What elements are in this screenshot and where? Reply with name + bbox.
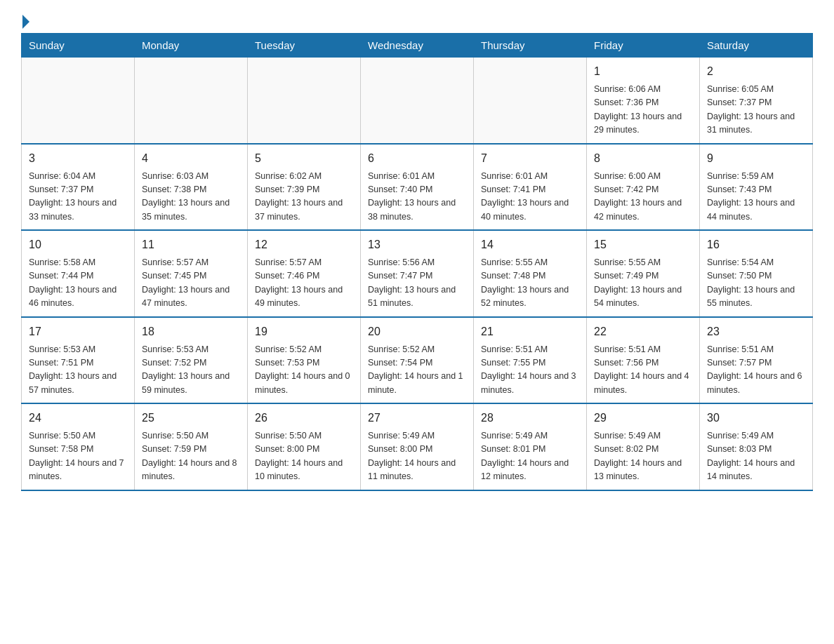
calendar-cell: 18Sunrise: 5:53 AM Sunset: 7:52 PM Dayli… [135, 317, 248, 404]
calendar-cell: 11Sunrise: 5:57 AM Sunset: 7:45 PM Dayli… [135, 230, 248, 317]
day-info: Sunrise: 6:06 AM Sunset: 7:36 PM Dayligh… [594, 83, 692, 137]
day-number: 25 [142, 410, 240, 427]
calendar-cell: 17Sunrise: 5:53 AM Sunset: 7:51 PM Dayli… [22, 317, 135, 404]
calendar-cell: 8Sunrise: 6:00 AM Sunset: 7:42 PM Daylig… [587, 144, 700, 231]
day-info: Sunrise: 5:50 AM Sunset: 7:58 PM Dayligh… [29, 429, 127, 484]
weekday-header-friday: Friday [587, 34, 700, 58]
day-number: 26 [255, 410, 353, 427]
day-info: Sunrise: 6:04 AM Sunset: 7:37 PM Dayligh… [29, 170, 127, 224]
day-info: Sunrise: 5:51 AM Sunset: 7:56 PM Dayligh… [594, 343, 692, 398]
weekday-header-sunday: Sunday [22, 34, 135, 58]
calendar-cell [135, 58, 248, 144]
page-header [21, 14, 813, 26]
calendar-table: SundayMondayTuesdayWednesdayThursdayFrid… [21, 33, 813, 491]
calendar-cell: 4Sunrise: 6:03 AM Sunset: 7:38 PM Daylig… [135, 144, 248, 231]
day-info: Sunrise: 5:49 AM Sunset: 8:02 PM Dayligh… [594, 429, 692, 484]
calendar-cell: 27Sunrise: 5:49 AM Sunset: 8:00 PM Dayli… [361, 403, 474, 490]
day-info: Sunrise: 5:54 AM Sunset: 7:50 PM Dayligh… [707, 256, 805, 311]
day-info: Sunrise: 5:50 AM Sunset: 7:59 PM Dayligh… [142, 429, 240, 484]
week-row-1: 1Sunrise: 6:06 AM Sunset: 7:36 PM Daylig… [22, 58, 813, 144]
day-number: 8 [594, 150, 692, 167]
day-number: 5 [255, 150, 353, 167]
weekday-header-thursday: Thursday [474, 34, 587, 58]
day-number: 14 [481, 236, 579, 253]
calendar-cell: 2Sunrise: 6:05 AM Sunset: 7:37 PM Daylig… [700, 58, 813, 144]
day-info: Sunrise: 5:50 AM Sunset: 8:00 PM Dayligh… [255, 429, 353, 484]
weekday-header-saturday: Saturday [700, 34, 813, 58]
day-info: Sunrise: 5:56 AM Sunset: 7:47 PM Dayligh… [368, 256, 466, 311]
calendar-cell: 5Sunrise: 6:02 AM Sunset: 7:39 PM Daylig… [248, 144, 361, 231]
day-number: 22 [594, 323, 692, 340]
day-number: 10 [29, 236, 127, 253]
day-info: Sunrise: 6:02 AM Sunset: 7:39 PM Dayligh… [255, 170, 353, 224]
calendar-cell: 19Sunrise: 5:52 AM Sunset: 7:53 PM Dayli… [248, 317, 361, 404]
day-info: Sunrise: 5:52 AM Sunset: 7:53 PM Dayligh… [255, 343, 353, 398]
logo-general-text [21, 18, 29, 29]
day-info: Sunrise: 5:49 AM Sunset: 8:03 PM Dayligh… [707, 429, 805, 484]
day-number: 24 [29, 410, 127, 427]
day-number: 9 [707, 150, 805, 167]
day-info: Sunrise: 5:59 AM Sunset: 7:43 PM Dayligh… [707, 170, 805, 224]
day-info: Sunrise: 5:51 AM Sunset: 7:57 PM Dayligh… [707, 343, 805, 398]
calendar-cell: 12Sunrise: 5:57 AM Sunset: 7:46 PM Dayli… [248, 230, 361, 317]
calendar-cell: 21Sunrise: 5:51 AM Sunset: 7:55 PM Dayli… [474, 317, 587, 404]
day-info: Sunrise: 5:51 AM Sunset: 7:55 PM Dayligh… [481, 343, 579, 398]
logo-arrow-icon [22, 15, 29, 29]
weekday-header-tuesday: Tuesday [248, 34, 361, 58]
day-info: Sunrise: 5:53 AM Sunset: 7:51 PM Dayligh… [29, 343, 127, 398]
calendar-cell: 29Sunrise: 5:49 AM Sunset: 8:02 PM Dayli… [587, 403, 700, 490]
day-info: Sunrise: 6:00 AM Sunset: 7:42 PM Dayligh… [594, 170, 692, 224]
day-number: 30 [707, 410, 805, 427]
logo [21, 14, 29, 26]
calendar-cell: 9Sunrise: 5:59 AM Sunset: 7:43 PM Daylig… [700, 144, 813, 231]
calendar-cell: 3Sunrise: 6:04 AM Sunset: 7:37 PM Daylig… [22, 144, 135, 231]
day-info: Sunrise: 5:53 AM Sunset: 7:52 PM Dayligh… [142, 343, 240, 398]
day-number: 19 [255, 323, 353, 340]
day-info: Sunrise: 5:49 AM Sunset: 8:00 PM Dayligh… [368, 429, 466, 484]
calendar-cell: 25Sunrise: 5:50 AM Sunset: 7:59 PM Dayli… [135, 403, 248, 490]
calendar-cell: 26Sunrise: 5:50 AM Sunset: 8:00 PM Dayli… [248, 403, 361, 490]
day-number: 15 [594, 236, 692, 253]
day-number: 13 [368, 236, 466, 253]
day-number: 28 [481, 410, 579, 427]
calendar-cell: 22Sunrise: 5:51 AM Sunset: 7:56 PM Dayli… [587, 317, 700, 404]
day-number: 17 [29, 323, 127, 340]
day-number: 1 [594, 63, 692, 80]
day-number: 29 [594, 410, 692, 427]
day-number: 21 [481, 323, 579, 340]
week-row-3: 10Sunrise: 5:58 AM Sunset: 7:44 PM Dayli… [22, 230, 813, 317]
day-number: 6 [368, 150, 466, 167]
day-info: Sunrise: 5:57 AM Sunset: 7:46 PM Dayligh… [255, 256, 353, 311]
week-row-4: 17Sunrise: 5:53 AM Sunset: 7:51 PM Dayli… [22, 317, 813, 404]
day-info: Sunrise: 5:52 AM Sunset: 7:54 PM Dayligh… [368, 343, 466, 398]
week-row-2: 3Sunrise: 6:04 AM Sunset: 7:37 PM Daylig… [22, 144, 813, 231]
day-number: 7 [481, 150, 579, 167]
day-number: 3 [29, 150, 127, 167]
calendar-cell: 30Sunrise: 5:49 AM Sunset: 8:03 PM Dayli… [700, 403, 813, 490]
calendar-cell: 7Sunrise: 6:01 AM Sunset: 7:41 PM Daylig… [474, 144, 587, 231]
calendar-cell: 15Sunrise: 5:55 AM Sunset: 7:49 PM Dayli… [587, 230, 700, 317]
day-number: 23 [707, 323, 805, 340]
calendar-cell [361, 58, 474, 144]
calendar-cell: 6Sunrise: 6:01 AM Sunset: 7:40 PM Daylig… [361, 144, 474, 231]
day-number: 18 [142, 323, 240, 340]
day-number: 11 [142, 236, 240, 253]
day-number: 12 [255, 236, 353, 253]
day-info: Sunrise: 6:01 AM Sunset: 7:41 PM Dayligh… [481, 170, 579, 224]
day-number: 2 [707, 63, 805, 80]
day-info: Sunrise: 5:55 AM Sunset: 7:48 PM Dayligh… [481, 256, 579, 311]
day-number: 4 [142, 150, 240, 167]
day-info: Sunrise: 5:55 AM Sunset: 7:49 PM Dayligh… [594, 256, 692, 311]
calendar-cell: 28Sunrise: 5:49 AM Sunset: 8:01 PM Dayli… [474, 403, 587, 490]
day-number: 20 [368, 323, 466, 340]
day-info: Sunrise: 6:01 AM Sunset: 7:40 PM Dayligh… [368, 170, 466, 224]
day-info: Sunrise: 6:03 AM Sunset: 7:38 PM Dayligh… [142, 170, 240, 224]
calendar-cell: 20Sunrise: 5:52 AM Sunset: 7:54 PM Dayli… [361, 317, 474, 404]
calendar-cell: 13Sunrise: 5:56 AM Sunset: 7:47 PM Dayli… [361, 230, 474, 317]
calendar-cell [22, 58, 135, 144]
weekday-header-row: SundayMondayTuesdayWednesdayThursdayFrid… [22, 34, 813, 58]
day-info: Sunrise: 5:57 AM Sunset: 7:45 PM Dayligh… [142, 256, 240, 311]
calendar-cell: 10Sunrise: 5:58 AM Sunset: 7:44 PM Dayli… [22, 230, 135, 317]
calendar-cell: 16Sunrise: 5:54 AM Sunset: 7:50 PM Dayli… [700, 230, 813, 317]
calendar-cell: 1Sunrise: 6:06 AM Sunset: 7:36 PM Daylig… [587, 58, 700, 144]
